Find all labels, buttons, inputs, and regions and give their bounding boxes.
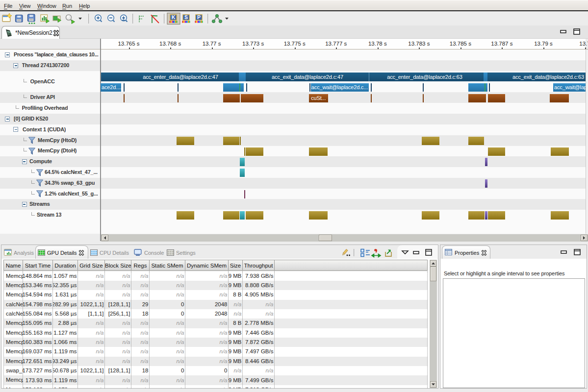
- svg-text:P: P: [197, 14, 201, 20]
- svg-text:S: S: [184, 14, 188, 20]
- svg-text:K: K: [172, 14, 176, 20]
